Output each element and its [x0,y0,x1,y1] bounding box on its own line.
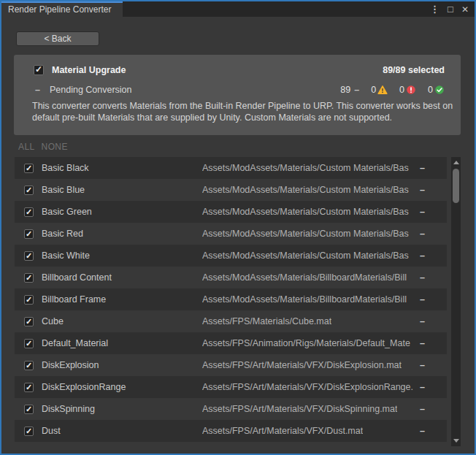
window-controls: ⋮ □ ✕ [430,1,469,17]
material-path: Assets/FPS/Art/Materials/VFX/DiskSpinnin… [202,404,397,414]
selected-summary: 89/89 selected [383,65,445,75]
pending-count-dash-icon: – [354,85,359,95]
material-row[interactable]: Default_Material Assets/FPS/Animation/Ri… [15,332,447,354]
pending-count: 89 [340,85,350,95]
scroll-down-icon[interactable] [453,439,459,443]
material-name: Default_Material [42,338,108,348]
material-row[interactable]: Cube Assets/FPS/Materials/Cube.mat – [15,310,447,332]
material-row[interactable]: Basic Red Assets/ModAssets/Materials/Cus… [15,223,447,245]
warning-icon [377,85,388,95]
converter-panel: Material Upgrade 89/89 selected – Pendin… [14,55,461,135]
render-pipeline-converter-window: Render Pipeline Converter ⋮ □ ✕ < Back M… [0,0,476,455]
row-checkbox[interactable] [24,251,34,261]
row-checkbox[interactable] [24,273,34,283]
row-status-dash-icon: – [420,229,425,239]
scrollbar-thumb[interactable] [453,169,459,203]
material-row[interactable]: DiskSpinning Assets/FPS/Art/Materials/VF… [15,398,447,420]
success-icon [434,85,445,95]
window-tab[interactable]: Render Pipeline Converter [1,1,123,17]
material-row[interactable]: Dust Assets/FPS/Art/Materials/VFX/Dust.m… [15,420,447,442]
material-name: Basic Black [42,163,89,173]
success-count: 0 [428,85,433,95]
material-name: DiskSpinning [42,404,95,414]
material-name: Basic Blue [42,185,85,195]
material-path: Assets/ModAssets/Materials/Custom Materi… [202,163,409,173]
row-status-dash-icon: – [420,251,425,261]
select-none-button[interactable]: NONE [42,142,68,152]
converter-description: This converter converts Materials from t… [32,100,454,123]
row-checkbox[interactable] [24,164,34,173]
row-status-dash-icon: – [420,426,425,436]
pending-dash-icon: – [35,85,40,95]
material-name: Billboard Frame [42,294,106,305]
row-checkbox[interactable] [24,427,34,436]
row-status-dash-icon: – [420,360,425,370]
material-path: Assets/ModAssets/Materials/Custom Materi… [202,185,409,195]
material-row[interactable]: Basic Black Assets/ModAssets/Materials/C… [15,157,447,179]
material-name: Cube [42,316,64,326]
row-checkbox[interactable] [24,339,34,348]
material-name: DiskExplosion [42,360,99,370]
scrollbar[interactable] [451,157,461,446]
row-status-dash-icon: – [420,207,425,217]
material-name: Basic White [42,251,90,261]
material-path: Assets/ModAssets/Materials/BillboardMate… [202,294,407,305]
material-name: Basic Green [42,207,92,217]
window-menu-icon[interactable]: ⋮ [430,4,439,15]
scroll-up-icon[interactable] [453,161,459,164]
material-row[interactable]: Basic Green Assets/ModAssets/Materials/C… [15,201,447,223]
material-path: Assets/ModAssets/Materials/Custom Materi… [202,251,409,261]
row-status-dash-icon: – [420,185,425,195]
row-checkbox[interactable] [24,207,34,217]
row-checkbox[interactable] [24,186,34,195]
select-buttons: ALL NONE [18,142,68,152]
error-icon [406,85,416,95]
back-button[interactable]: < Back [16,31,99,46]
material-row[interactable]: Basic White Assets/ModAssets/Materials/C… [15,245,447,267]
pending-label: Pending Conversion [50,85,132,95]
error-count: 0 [399,85,404,95]
row-status-dash-icon: – [420,338,425,348]
row-checkbox[interactable] [24,361,34,370]
converter-checkbox[interactable] [34,65,44,75]
row-checkbox[interactable] [24,317,34,326]
select-all-button[interactable]: ALL [18,142,35,152]
material-row[interactable]: Billboard Frame Assets/ModAssets/Materia… [15,288,447,310]
material-path: Assets/FPS/Art/Materials/VFX/Dust.mat [202,426,363,436]
material-path: Assets/FPS/Art/Materials/VFX/DiskExplosi… [202,382,413,392]
row-status-dash-icon: – [420,382,425,392]
window-tab-title: Render Pipeline Converter [8,4,111,15]
material-path: Assets/ModAssets/Materials/Custom Materi… [202,229,409,239]
maximize-icon[interactable]: □ [448,4,453,15]
close-icon[interactable]: ✕ [461,4,469,15]
row-status-dash-icon: – [420,404,425,414]
material-path: Assets/ModAssets/Materials/BillboardMate… [202,272,407,283]
material-path: Assets/FPS/Materials/Cube.mat [202,316,331,326]
material-row[interactable]: DiskExplosion Assets/FPS/Art/Materials/V… [15,354,447,376]
material-name: Billboard Content [42,272,112,283]
row-status-dash-icon: – [420,272,425,283]
titlebar: Render Pipeline Converter ⋮ □ ✕ [1,1,475,17]
row-status-dash-icon: – [420,294,425,305]
warning-count: 0 [371,85,376,95]
converter-header: Material Upgrade 89/89 selected [34,64,445,77]
material-path: Assets/FPS/Animation/Rigs/Materials/Defa… [202,338,410,348]
pending-conversion-row: – Pending Conversion 89 – 0 0 [35,83,445,96]
converter-title: Material Upgrade [52,65,126,75]
material-path: Assets/ModAssets/Materials/Custom Materi… [202,207,409,217]
material-list: Basic Black Assets/ModAssets/Materials/C… [15,157,447,442]
material-row[interactable]: Basic Blue Assets/ModAssets/Materials/Cu… [15,179,447,201]
material-name: Dust [42,426,61,436]
row-checkbox[interactable] [24,295,34,305]
material-path: Assets/FPS/Art/Materials/VFX/DiskExplosi… [202,360,402,370]
row-status-dash-icon: – [420,316,425,326]
material-name: Basic Red [42,229,83,239]
row-checkbox[interactable] [24,405,34,414]
pending-counts: 89 – 0 0 [340,85,445,95]
row-status-dash-icon: – [420,163,425,173]
material-row[interactable]: DiskExplosionRange Assets/FPS/Art/Materi… [15,376,447,398]
material-row[interactable]: Billboard Content Assets/ModAssets/Mater… [15,267,447,288]
material-name: DiskExplosionRange [42,382,126,392]
row-checkbox[interactable] [24,383,34,392]
row-checkbox[interactable] [24,229,34,239]
